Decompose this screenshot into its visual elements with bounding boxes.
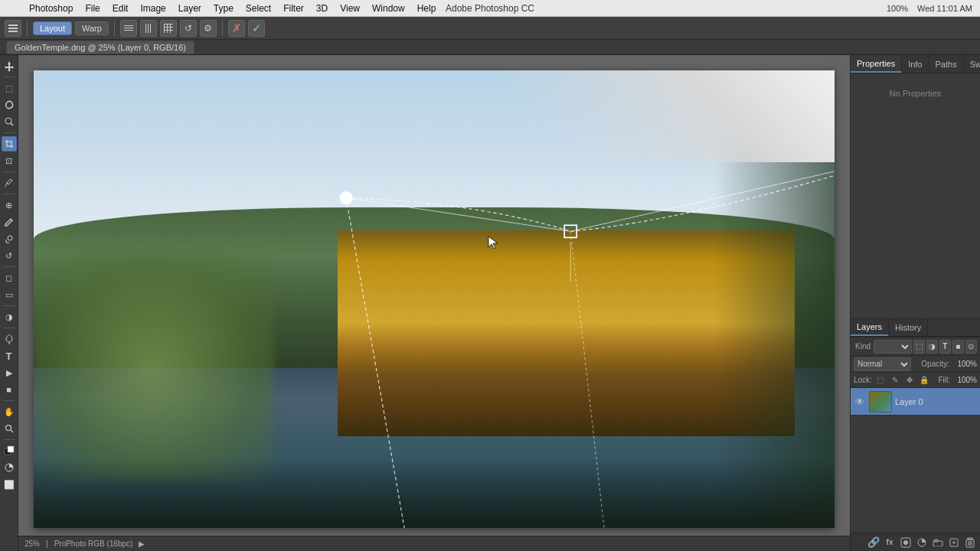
screen-mode-button[interactable]: ⬜: [2, 477, 17, 492]
layer-visibility-toggle[interactable]: 👁: [854, 396, 866, 408]
layers-mask-btn[interactable]: [899, 536, 913, 549]
clock-display: Wed 11:01 AM: [914, 4, 975, 13]
tab-swatches[interactable]: Swatches: [964, 55, 980, 73]
svg-point-16: [5, 118, 11, 124]
opacity-value[interactable]: 100%: [952, 360, 977, 368]
layers-new-btn[interactable]: [947, 536, 961, 549]
fill-value[interactable]: 100%: [952, 376, 977, 384]
dodge-tool-button[interactable]: ◑: [2, 309, 17, 324]
menu-3d[interactable]: 3D: [310, 0, 334, 16]
menu-file[interactable]: File: [79, 0, 106, 16]
toolbar-separator-1: [3, 77, 15, 77]
svg-rect-1: [8, 28, 18, 29]
gradient-tool-button[interactable]: ▭: [2, 287, 17, 302]
svg-rect-50: [968, 538, 972, 540]
menu-right-area: 100% Wed 11:01 AM: [884, 4, 980, 13]
grid-both-button[interactable]: [160, 20, 177, 37]
lock-all-btn[interactable]: 🔒: [918, 374, 930, 386]
layers-link-btn[interactable]: 🔗: [867, 536, 880, 549]
svg-line-17: [11, 123, 13, 126]
menu-layer[interactable]: Layer: [172, 0, 207, 16]
layers-delete-btn[interactable]: [963, 536, 977, 549]
tab-layers[interactable]: Layers: [851, 319, 889, 336]
menu-help[interactable]: Help: [411, 0, 443, 16]
layout-mode-button[interactable]: Layout: [33, 21, 72, 35]
type-tool-button[interactable]: T: [2, 348, 17, 364]
layers-filter-shape[interactable]: ■: [952, 340, 964, 354]
toolbar-separator-2: [3, 132, 15, 133]
brush-tool-button[interactable]: [2, 214, 17, 230]
shape-tool-button[interactable]: ■: [2, 382, 17, 397]
canvas-area[interactable]: 25% | ProPhoto RGB (16bpc) ▶: [18, 55, 850, 551]
warp-mode-button[interactable]: Warp: [75, 21, 109, 35]
move-tool-button[interactable]: [2, 58, 17, 73]
eraser-tool-button[interactable]: ◻: [2, 270, 17, 285]
zoom-tool-button[interactable]: [2, 421, 17, 436]
blend-mode-dropdown[interactable]: Normal: [854, 357, 911, 371]
toolbar-separator-5: [3, 266, 15, 267]
menu-photoshop[interactable]: Photoshop: [23, 0, 79, 16]
confirm-transform-button[interactable]: ✓: [248, 20, 265, 37]
tab-history[interactable]: History: [889, 319, 928, 336]
menu-bar: Photoshop File Edit Image Layer Type Sel…: [0, 0, 980, 17]
svg-marker-15: [5, 61, 14, 71]
image-white-top-right: [434, 70, 835, 162]
cancel-transform-button[interactable]: ✗: [228, 20, 245, 37]
menu-window[interactable]: Window: [366, 0, 411, 16]
menu-select[interactable]: Select: [240, 0, 277, 16]
layers-filter-pixel[interactable]: ⬚: [913, 340, 925, 354]
layers-filter-adjust[interactable]: ◑: [926, 340, 938, 354]
lock-pixels-btn[interactable]: ✎: [889, 374, 901, 386]
svg-rect-8: [150, 24, 151, 33]
quick-select-tool-button[interactable]: [2, 114, 17, 129]
status-separator: |: [46, 540, 48, 548]
marquee-tool-button[interactable]: ⬚: [2, 80, 17, 96]
lasso-tool-button[interactable]: [2, 97, 17, 112]
clone-stamp-button[interactable]: [2, 231, 17, 246]
layers-filter-smart[interactable]: ⊙: [965, 340, 977, 354]
tab-info[interactable]: Info: [902, 55, 929, 73]
status-color-profile: ProPhoto RGB (16bpc): [54, 540, 133, 548]
layers-filter-type[interactable]: T: [939, 340, 951, 354]
opacity-label: Opacity:: [921, 360, 949, 368]
tool-presets-button[interactable]: [5, 20, 21, 37]
status-arrow-btn[interactable]: ▶: [139, 540, 145, 548]
foreground-color-btn[interactable]: [2, 443, 17, 458]
history-brush-button[interactable]: ↺: [2, 248, 17, 263]
crop-tool-button[interactable]: [2, 136, 17, 152]
healing-brush-button[interactable]: ⊕: [2, 197, 17, 213]
layers-fx-btn[interactable]: fx: [883, 536, 897, 549]
reset-warp-button[interactable]: ↺: [180, 20, 197, 37]
lock-label: Lock:: [854, 376, 872, 384]
menu-view[interactable]: View: [334, 0, 366, 16]
layer-item-0[interactable]: 👁 Layer 0: [851, 388, 980, 416]
lock-transparent-btn[interactable]: ⬚: [874, 374, 887, 386]
tab-paths[interactable]: Paths: [929, 55, 964, 73]
menu-filter[interactable]: Filter: [277, 0, 310, 16]
document-tab[interactable]: GoldenTemple.dng @ 25% (Layer 0, RGB/16): [6, 41, 194, 54]
warp-options-button[interactable]: ⚙: [200, 20, 217, 37]
quick-mask-button[interactable]: [2, 460, 17, 475]
lock-position-btn[interactable]: ✥: [903, 374, 916, 386]
slice-tool-button[interactable]: ⊡: [2, 153, 17, 168]
main-layout: ⬚ ⊡ ⊕ ↺ ◻ ▭ ◑ T ▶: [0, 55, 980, 551]
menu-type[interactable]: Type: [207, 0, 240, 16]
menu-edit[interactable]: Edit: [106, 0, 135, 16]
layers-kind-dropdown[interactable]: [874, 340, 911, 354]
no-properties-label: No Properties: [858, 89, 972, 98]
hand-tool-button[interactable]: ✋: [2, 404, 17, 419]
layer-name-label: Layer 0: [895, 397, 977, 406]
svg-line-23: [11, 430, 13, 432]
options-separator-3: [222, 21, 223, 36]
status-bar: 25% | ProPhoto RGB (16bpc) ▶: [18, 536, 850, 551]
grid-rows-button[interactable]: [140, 20, 157, 37]
eyedropper-tool-button[interactable]: [2, 175, 17, 191]
grid-columns-button[interactable]: [120, 20, 137, 37]
tab-properties[interactable]: Properties: [851, 55, 902, 73]
panel-tabs: Properties Info Paths Swatches: [851, 55, 980, 73]
layers-adjustment-btn[interactable]: [915, 536, 929, 549]
path-select-button[interactable]: ▶: [2, 365, 17, 380]
menu-image[interactable]: Image: [134, 0, 172, 16]
pen-tool-button[interactable]: [2, 331, 17, 347]
layers-group-btn[interactable]: [931, 536, 945, 549]
